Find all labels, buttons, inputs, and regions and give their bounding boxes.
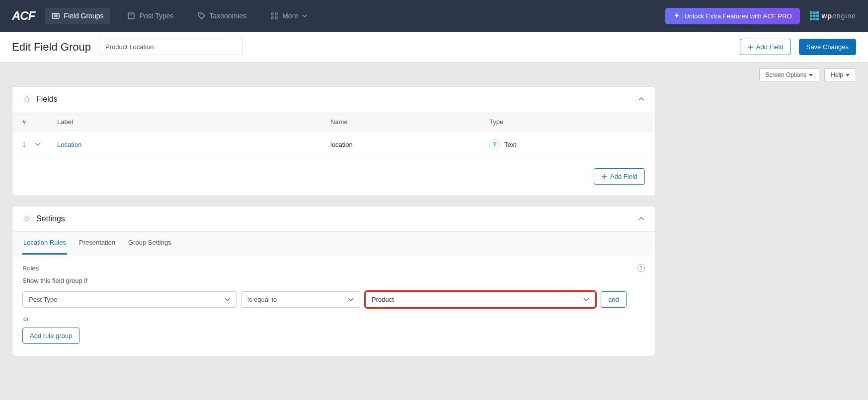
tab-group-settings[interactable]: Group Settings <box>127 232 172 255</box>
svg-rect-4 <box>128 13 134 19</box>
svg-rect-15 <box>813 15 815 17</box>
svg-rect-10 <box>275 17 277 19</box>
rule-row: Post Type is equal to Product and <box>22 290 645 309</box>
nav-taxonomies[interactable]: Taxonomies <box>191 8 254 24</box>
settings-icon <box>22 214 31 223</box>
save-changes-button[interactable]: Save Changes <box>799 39 856 55</box>
tab-presentation[interactable]: Presentation <box>78 232 116 255</box>
col-name: Name <box>330 118 489 126</box>
chevron-down-icon <box>302 13 307 18</box>
settings-tabs: Location Rules Presentation Group Settin… <box>12 231 655 255</box>
row-number: 1 <box>22 141 26 148</box>
panel-title: Fields <box>36 95 58 104</box>
button-label: Help <box>831 71 843 78</box>
svg-point-24 <box>25 217 28 220</box>
chevron-down-icon <box>846 74 850 76</box>
grid-icon <box>270 12 278 20</box>
chevron-down-icon <box>348 297 354 303</box>
fields-icon <box>22 95 31 104</box>
button-label: Add Field <box>756 43 784 51</box>
chevron-down-icon <box>225 297 231 303</box>
col-label: Label <box>57 118 330 126</box>
svg-rect-8 <box>275 13 277 15</box>
fields-panel: Fields # Label Name Type 1 Location loca… <box>12 86 655 196</box>
secondary-bar: Screen Options Help <box>0 63 868 81</box>
expand-icon[interactable] <box>35 141 41 147</box>
rule-param-select[interactable]: Post Type <box>22 291 237 308</box>
svg-rect-19 <box>816 18 819 20</box>
button-label: Add rule group <box>30 332 72 339</box>
field-type-label: Text <box>504 141 516 148</box>
nav-label: Field Groups <box>64 12 103 20</box>
help-icon[interactable]: ? <box>637 264 645 272</box>
page-header: Edit Field Group Add Field Save Changes <box>0 32 868 63</box>
field-row[interactable]: 1 Location location T Text <box>12 132 655 157</box>
rule-operator-select[interactable]: is equal to <box>241 291 360 308</box>
sparkle-icon <box>673 12 680 19</box>
settings-panel: Settings Location Rules Presentation Gro… <box>12 206 655 356</box>
svg-rect-9 <box>271 17 273 19</box>
rule-value-select[interactable]: Product <box>364 290 597 309</box>
screen-options-button[interactable]: Screen Options <box>759 68 820 81</box>
nav-label: Taxonomies <box>210 12 247 20</box>
tag-icon <box>198 12 206 20</box>
svg-rect-16 <box>816 15 819 17</box>
add-field-button[interactable]: Add Field <box>740 39 791 55</box>
wpengine-icon <box>810 11 819 20</box>
add-field-button-bottom[interactable]: Add Field <box>594 168 645 185</box>
plus-icon <box>601 174 607 180</box>
collapse-toggle[interactable] <box>638 215 645 222</box>
nav-field-groups[interactable]: Field Groups <box>45 8 110 24</box>
chevron-down-icon <box>809 74 813 76</box>
svg-rect-14 <box>810 15 812 17</box>
nav-post-types[interactable]: Post Types <box>120 8 180 24</box>
fields-table-header: # Label Name Type <box>12 112 655 132</box>
svg-rect-7 <box>271 13 273 15</box>
field-label-link[interactable]: Location <box>57 141 330 148</box>
nav-label: More <box>282 12 298 20</box>
help-button[interactable]: Help <box>824 68 856 81</box>
collapse-toggle[interactable] <box>638 96 645 103</box>
or-label: or <box>23 316 645 323</box>
topbar: ACF Field Groups Post Types Taxonomies M… <box>0 0 868 32</box>
rules-subtitle: Show this field group if <box>22 277 645 284</box>
nav-label: Post Types <box>139 12 173 20</box>
select-value: Post Type <box>29 296 58 303</box>
plus-icon <box>747 44 753 50</box>
svg-rect-13 <box>816 11 819 14</box>
add-rule-group-button[interactable]: Add rule group <box>22 328 79 344</box>
acf-logo: ACF <box>12 9 35 23</box>
page-title: Edit Field Group <box>12 41 91 54</box>
and-button[interactable]: and <box>601 291 627 308</box>
select-value: is equal to <box>247 296 277 303</box>
rules-label: Rules <box>22 265 39 272</box>
svg-rect-17 <box>810 18 812 20</box>
col-type: Type <box>489 118 645 126</box>
list-icon <box>52 12 60 20</box>
field-type-icon: T <box>489 139 500 150</box>
button-label: Add Field <box>610 173 637 180</box>
chevron-down-icon <box>583 297 589 303</box>
wpengine-logo: wpengine <box>810 11 857 20</box>
tab-location-rules[interactable]: Location Rules <box>22 232 67 255</box>
unlock-pro-button[interactable]: Unlock Extra Features with ACF PRO <box>665 8 799 24</box>
select-value: Product <box>372 296 394 303</box>
svg-rect-11 <box>810 11 812 14</box>
field-group-title-input[interactable] <box>99 39 243 55</box>
nav-more[interactable]: More <box>263 8 314 24</box>
button-label: Screen Options <box>766 71 807 78</box>
panel-title: Settings <box>36 214 65 223</box>
field-name: location <box>330 141 489 148</box>
svg-rect-18 <box>813 18 815 20</box>
col-number: # <box>22 118 57 126</box>
button-label: Save Changes <box>806 43 849 51</box>
svg-point-6 <box>200 14 201 15</box>
unlock-label: Unlock Extra Features with ACF PRO <box>684 12 791 20</box>
post-icon <box>127 12 135 20</box>
svg-rect-12 <box>813 11 815 14</box>
